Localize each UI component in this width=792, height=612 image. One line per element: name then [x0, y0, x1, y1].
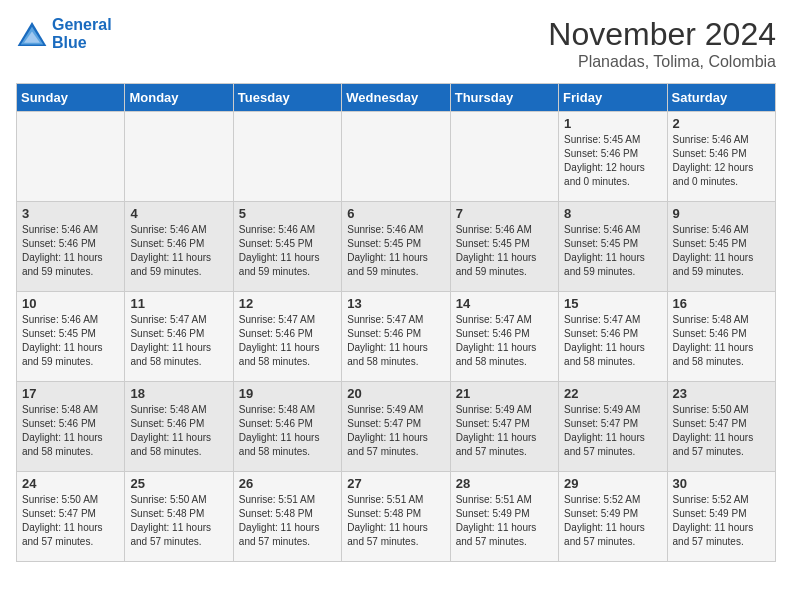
header-saturday: Saturday	[667, 84, 775, 112]
calendar-cell: 25Sunrise: 5:50 AM Sunset: 5:48 PM Dayli…	[125, 472, 233, 562]
calendar-cell: 17Sunrise: 5:48 AM Sunset: 5:46 PM Dayli…	[17, 382, 125, 472]
day-number: 6	[347, 206, 444, 221]
calendar-cell: 30Sunrise: 5:52 AM Sunset: 5:49 PM Dayli…	[667, 472, 775, 562]
calendar-cell	[125, 112, 233, 202]
day-info: Sunrise: 5:48 AM Sunset: 5:46 PM Dayligh…	[130, 403, 227, 459]
day-info: Sunrise: 5:47 AM Sunset: 5:46 PM Dayligh…	[456, 313, 553, 369]
calendar-cell: 11Sunrise: 5:47 AM Sunset: 5:46 PM Dayli…	[125, 292, 233, 382]
header-friday: Friday	[559, 84, 667, 112]
day-info: Sunrise: 5:51 AM Sunset: 5:49 PM Dayligh…	[456, 493, 553, 549]
calendar-cell: 2Sunrise: 5:46 AM Sunset: 5:46 PM Daylig…	[667, 112, 775, 202]
calendar-cell: 21Sunrise: 5:49 AM Sunset: 5:47 PM Dayli…	[450, 382, 558, 472]
day-number: 21	[456, 386, 553, 401]
week-row-1: 1Sunrise: 5:45 AM Sunset: 5:46 PM Daylig…	[17, 112, 776, 202]
logo-text: General Blue	[52, 16, 112, 52]
day-number: 7	[456, 206, 553, 221]
calendar-cell: 15Sunrise: 5:47 AM Sunset: 5:46 PM Dayli…	[559, 292, 667, 382]
week-row-5: 24Sunrise: 5:50 AM Sunset: 5:47 PM Dayli…	[17, 472, 776, 562]
day-info: Sunrise: 5:49 AM Sunset: 5:47 PM Dayligh…	[564, 403, 661, 459]
day-info: Sunrise: 5:46 AM Sunset: 5:45 PM Dayligh…	[564, 223, 661, 279]
day-info: Sunrise: 5:50 AM Sunset: 5:47 PM Dayligh…	[22, 493, 119, 549]
month-title: November 2024	[548, 16, 776, 53]
day-info: Sunrise: 5:52 AM Sunset: 5:49 PM Dayligh…	[564, 493, 661, 549]
day-info: Sunrise: 5:47 AM Sunset: 5:46 PM Dayligh…	[564, 313, 661, 369]
calendar-cell	[342, 112, 450, 202]
day-info: Sunrise: 5:46 AM Sunset: 5:46 PM Dayligh…	[22, 223, 119, 279]
calendar-cell: 23Sunrise: 5:50 AM Sunset: 5:47 PM Dayli…	[667, 382, 775, 472]
calendar-cell	[450, 112, 558, 202]
day-info: Sunrise: 5:49 AM Sunset: 5:47 PM Dayligh…	[347, 403, 444, 459]
day-info: Sunrise: 5:51 AM Sunset: 5:48 PM Dayligh…	[239, 493, 336, 549]
calendar-cell: 6Sunrise: 5:46 AM Sunset: 5:45 PM Daylig…	[342, 202, 450, 292]
day-number: 17	[22, 386, 119, 401]
day-info: Sunrise: 5:46 AM Sunset: 5:45 PM Dayligh…	[22, 313, 119, 369]
day-number: 1	[564, 116, 661, 131]
day-info: Sunrise: 5:49 AM Sunset: 5:47 PM Dayligh…	[456, 403, 553, 459]
calendar-cell: 3Sunrise: 5:46 AM Sunset: 5:46 PM Daylig…	[17, 202, 125, 292]
day-info: Sunrise: 5:46 AM Sunset: 5:45 PM Dayligh…	[347, 223, 444, 279]
day-info: Sunrise: 5:46 AM Sunset: 5:46 PM Dayligh…	[673, 133, 770, 189]
calendar-cell: 5Sunrise: 5:46 AM Sunset: 5:45 PM Daylig…	[233, 202, 341, 292]
calendar-cell: 28Sunrise: 5:51 AM Sunset: 5:49 PM Dayli…	[450, 472, 558, 562]
calendar-cell: 27Sunrise: 5:51 AM Sunset: 5:48 PM Dayli…	[342, 472, 450, 562]
header-row: SundayMondayTuesdayWednesdayThursdayFrid…	[17, 84, 776, 112]
day-info: Sunrise: 5:47 AM Sunset: 5:46 PM Dayligh…	[347, 313, 444, 369]
calendar-cell: 8Sunrise: 5:46 AM Sunset: 5:45 PM Daylig…	[559, 202, 667, 292]
day-number: 27	[347, 476, 444, 491]
calendar-cell: 7Sunrise: 5:46 AM Sunset: 5:45 PM Daylig…	[450, 202, 558, 292]
day-number: 18	[130, 386, 227, 401]
day-number: 2	[673, 116, 770, 131]
page-header: General Blue November 2024 Planadas, Tol…	[16, 16, 776, 71]
day-info: Sunrise: 5:47 AM Sunset: 5:46 PM Dayligh…	[239, 313, 336, 369]
header-monday: Monday	[125, 84, 233, 112]
day-info: Sunrise: 5:51 AM Sunset: 5:48 PM Dayligh…	[347, 493, 444, 549]
calendar-cell: 16Sunrise: 5:48 AM Sunset: 5:46 PM Dayli…	[667, 292, 775, 382]
title-block: November 2024 Planadas, Tolima, Colombia	[548, 16, 776, 71]
day-number: 13	[347, 296, 444, 311]
day-number: 22	[564, 386, 661, 401]
day-number: 8	[564, 206, 661, 221]
header-sunday: Sunday	[17, 84, 125, 112]
day-info: Sunrise: 5:50 AM Sunset: 5:47 PM Dayligh…	[673, 403, 770, 459]
day-number: 5	[239, 206, 336, 221]
day-info: Sunrise: 5:48 AM Sunset: 5:46 PM Dayligh…	[22, 403, 119, 459]
calendar-cell: 22Sunrise: 5:49 AM Sunset: 5:47 PM Dayli…	[559, 382, 667, 472]
calendar-cell: 26Sunrise: 5:51 AM Sunset: 5:48 PM Dayli…	[233, 472, 341, 562]
header-wednesday: Wednesday	[342, 84, 450, 112]
day-info: Sunrise: 5:47 AM Sunset: 5:46 PM Dayligh…	[130, 313, 227, 369]
logo: General Blue	[16, 16, 112, 52]
calendar-cell: 12Sunrise: 5:47 AM Sunset: 5:46 PM Dayli…	[233, 292, 341, 382]
day-info: Sunrise: 5:48 AM Sunset: 5:46 PM Dayligh…	[239, 403, 336, 459]
day-number: 4	[130, 206, 227, 221]
calendar-cell: 4Sunrise: 5:46 AM Sunset: 5:46 PM Daylig…	[125, 202, 233, 292]
week-row-2: 3Sunrise: 5:46 AM Sunset: 5:46 PM Daylig…	[17, 202, 776, 292]
calendar-cell: 10Sunrise: 5:46 AM Sunset: 5:45 PM Dayli…	[17, 292, 125, 382]
week-row-3: 10Sunrise: 5:46 AM Sunset: 5:45 PM Dayli…	[17, 292, 776, 382]
day-number: 9	[673, 206, 770, 221]
day-number: 3	[22, 206, 119, 221]
calendar-cell	[233, 112, 341, 202]
header-thursday: Thursday	[450, 84, 558, 112]
day-number: 15	[564, 296, 661, 311]
header-tuesday: Tuesday	[233, 84, 341, 112]
day-info: Sunrise: 5:46 AM Sunset: 5:46 PM Dayligh…	[130, 223, 227, 279]
calendar-table: SundayMondayTuesdayWednesdayThursdayFrid…	[16, 83, 776, 562]
calendar-cell: 1Sunrise: 5:45 AM Sunset: 5:46 PM Daylig…	[559, 112, 667, 202]
calendar-cell: 13Sunrise: 5:47 AM Sunset: 5:46 PM Dayli…	[342, 292, 450, 382]
day-info: Sunrise: 5:46 AM Sunset: 5:45 PM Dayligh…	[673, 223, 770, 279]
location-subtitle: Planadas, Tolima, Colombia	[548, 53, 776, 71]
week-row-4: 17Sunrise: 5:48 AM Sunset: 5:46 PM Dayli…	[17, 382, 776, 472]
calendar-cell: 29Sunrise: 5:52 AM Sunset: 5:49 PM Dayli…	[559, 472, 667, 562]
day-number: 16	[673, 296, 770, 311]
day-info: Sunrise: 5:45 AM Sunset: 5:46 PM Dayligh…	[564, 133, 661, 189]
day-number: 28	[456, 476, 553, 491]
calendar-cell: 14Sunrise: 5:47 AM Sunset: 5:46 PM Dayli…	[450, 292, 558, 382]
day-info: Sunrise: 5:46 AM Sunset: 5:45 PM Dayligh…	[456, 223, 553, 279]
day-number: 23	[673, 386, 770, 401]
logo-icon	[16, 20, 48, 48]
day-number: 25	[130, 476, 227, 491]
day-info: Sunrise: 5:52 AM Sunset: 5:49 PM Dayligh…	[673, 493, 770, 549]
day-number: 10	[22, 296, 119, 311]
day-number: 26	[239, 476, 336, 491]
day-number: 30	[673, 476, 770, 491]
